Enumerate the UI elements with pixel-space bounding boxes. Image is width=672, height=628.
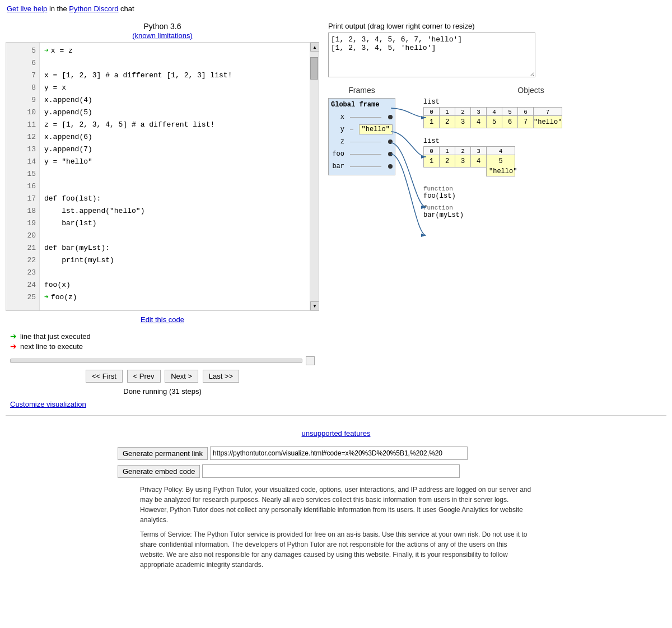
code-line-22: print(myLst) xyxy=(44,254,305,267)
frame-row-bar: bar xyxy=(331,160,393,173)
generate-permanent-link-button[interactable]: Generate permanent link xyxy=(118,447,208,460)
permanent-link-input[interactable] xyxy=(210,446,468,460)
list1-val-7: "hello" xyxy=(533,116,562,128)
legend-green: ➔ line that just executed xyxy=(10,332,319,341)
scroll-thumb[interactable] xyxy=(310,57,318,80)
code-line-24: foo(x) xyxy=(44,279,305,291)
legend: ➔ line that just executed ➔ next line to… xyxy=(6,328,319,354)
print-output-box[interactable]: [1, 2, 3, 4, 5, 6, 7, 'hello'] [1, 2, 3,… xyxy=(328,32,535,77)
prev-button[interactable]: < Prev xyxy=(127,370,161,383)
scroll-track[interactable] xyxy=(310,52,319,301)
privacy-policy-text: Privacy Policy: By using Python Tutor, y… xyxy=(140,485,532,525)
edit-code-link[interactable]: Edit this code xyxy=(141,315,184,324)
global-frame: Global frame x y "hello" xyxy=(328,98,395,175)
red-arrow-icon: ➔ xyxy=(10,342,17,351)
generate-embed-code-button[interactable]: Generate embed code xyxy=(118,465,200,478)
code-area: 5 6 7 8 9 10 11 12 13 14 15 16 17 18 19 … xyxy=(6,42,319,311)
code-line-23 xyxy=(44,267,305,279)
list1-val-3: 4 xyxy=(470,116,486,128)
code-line-19: bar(lst) xyxy=(44,217,305,230)
z-pointer-dot xyxy=(388,139,393,144)
code-line-15 xyxy=(44,168,305,180)
list1-idx-1: 1 xyxy=(439,107,455,116)
var-x: x xyxy=(331,113,348,121)
list2-idx-3: 3 xyxy=(470,146,486,155)
list1-idx-3: 3 xyxy=(470,107,486,116)
permanent-link-row: Generate permanent link xyxy=(118,446,666,460)
list1-idx-7: 7 xyxy=(533,107,562,116)
function-bar-type: function xyxy=(423,204,666,211)
list1-val-0: 1 xyxy=(423,116,439,128)
code-line-18: lst.append("hello") xyxy=(44,205,305,217)
function-foo-name: foo(lst) xyxy=(423,192,666,200)
frames-objects-header: Frames Objects xyxy=(328,79,666,98)
code-line-12: x.append(6) xyxy=(44,131,305,143)
slider-row[interactable] xyxy=(6,354,319,368)
code-line-13: y.append(7) xyxy=(44,143,305,156)
list2-container: list 0 1 2 3 4 1 2 3 4 5 xyxy=(423,137,666,176)
var-y: y xyxy=(331,125,348,133)
python-discord-link[interactable]: Python Discord xyxy=(69,4,118,13)
frames-column: Global frame x y "hello" xyxy=(328,98,407,277)
code-line-9: x.append(4) xyxy=(44,94,305,106)
objects-column: list 0 1 2 3 4 5 6 7 1 2 3 xyxy=(407,98,666,277)
steps-info: Done running (31 steps) xyxy=(6,385,319,398)
customize-link[interactable]: Customize visualization xyxy=(10,400,86,408)
frames-label: Frames xyxy=(328,86,395,95)
legend-red: ➔ next line to execute xyxy=(10,342,319,351)
code-content[interactable]: ➔x = z x = [1, 2, 3] # a different [1, 2… xyxy=(40,43,310,310)
top-bar: Get live help in the Python Discord chat xyxy=(0,0,672,17)
embed-code-input[interactable] xyxy=(202,464,460,478)
code-line-11: z = [1, 2, 3, 4, 5] # a different list! xyxy=(44,119,305,131)
scrollbar[interactable]: ▲ ▼ xyxy=(310,43,319,310)
code-line-10: y.append(5) xyxy=(44,106,305,119)
list2-val-3: 4 xyxy=(470,155,486,168)
code-line-8: y = x xyxy=(44,82,305,94)
unsupported-features-link[interactable]: unsupported features xyxy=(302,429,371,438)
visualization-container: Global frame x y "hello" xyxy=(328,98,666,277)
var-foo: foo xyxy=(331,150,348,158)
code-line-6 xyxy=(44,57,305,69)
slider-end[interactable] xyxy=(306,356,315,365)
code-line-21: def bar(myLst): xyxy=(44,242,305,254)
bar-pointer-dot xyxy=(388,164,393,169)
live-help-link[interactable]: Get live help xyxy=(7,4,47,13)
scroll-up-btn[interactable]: ▲ xyxy=(310,43,319,52)
list1-idx-2: 2 xyxy=(455,107,470,116)
frame-row-x: x xyxy=(331,111,393,123)
list1-idx-4: 4 xyxy=(486,107,502,116)
var-z: z xyxy=(331,138,348,146)
customize-link-container: Customize visualization xyxy=(6,398,319,411)
foo-pointer-dot xyxy=(388,152,393,156)
list1-val-1: 2 xyxy=(439,116,455,128)
first-button[interactable]: << First xyxy=(86,370,123,383)
known-limitations-link[interactable]: (known limitations) xyxy=(132,31,193,40)
list1-val-4: 5 xyxy=(486,116,502,128)
next-button[interactable]: Next > xyxy=(165,370,198,383)
code-line-16 xyxy=(44,180,305,193)
python-title: Python 3.6 (known limitations) xyxy=(6,17,319,42)
print-output-label: Print output (drag lower right corner to… xyxy=(328,17,666,30)
objects-label: Objects xyxy=(395,86,666,95)
list1-container: list 0 1 2 3 4 5 6 7 1 2 3 xyxy=(423,98,666,128)
last-button[interactable]: Last >> xyxy=(203,370,239,383)
list1-val-5: 6 xyxy=(502,116,517,128)
line-numbers: 5 6 7 8 9 10 11 12 13 14 15 16 17 18 19 … xyxy=(6,43,40,310)
green-arrow-icon: ➔ xyxy=(10,332,17,341)
list1-idx-5: 5 xyxy=(502,107,517,116)
global-frame-title: Global frame xyxy=(331,101,393,109)
list2-values: 1 2 3 4 5 xyxy=(423,155,666,168)
step-slider[interactable] xyxy=(10,359,302,363)
list2-idx-1: 1 xyxy=(439,146,455,155)
list2-label: list xyxy=(423,137,666,145)
frame-row-foo: foo xyxy=(331,148,393,160)
list1-label: list xyxy=(423,98,666,106)
code-line-25: ➔foo(z) xyxy=(44,291,305,304)
list2-val-1: 2 xyxy=(439,155,455,168)
list2-hello-val: "hello" xyxy=(486,167,515,176)
embed-code-row: Generate embed code xyxy=(118,464,666,478)
list2-val-0: 1 xyxy=(423,155,439,168)
right-panel: Print output (drag lower right corner to… xyxy=(319,17,666,411)
function-bar-container: function bar(myLst) xyxy=(423,204,666,219)
scroll-down-btn[interactable]: ▼ xyxy=(310,301,319,310)
